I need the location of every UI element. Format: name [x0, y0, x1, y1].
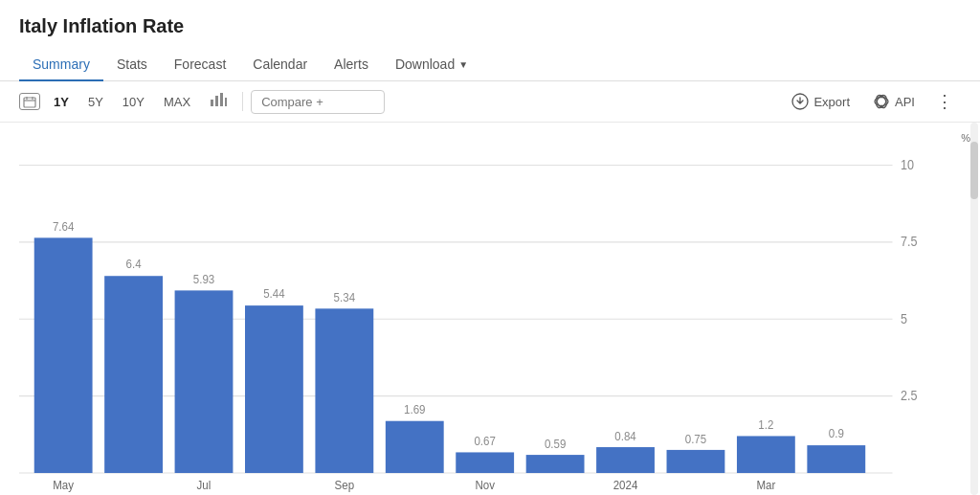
toolbar-divider	[242, 92, 243, 111]
svg-text:0.9: 0.9	[829, 427, 844, 441]
svg-text:Sep: Sep	[335, 479, 355, 493]
tab-stats[interactable]: Stats	[103, 49, 161, 81]
chart-area: % 10 7.5 5 2.5	[0, 123, 980, 495]
chart-type-button[interactable]	[202, 88, 234, 115]
dropdown-arrow-icon: ▼	[458, 59, 468, 70]
export-icon	[791, 93, 809, 110]
svg-rect-7	[225, 98, 227, 106]
api-icon	[873, 93, 890, 110]
svg-text:1.2: 1.2	[758, 418, 773, 433]
more-options-button[interactable]: ⋮	[928, 87, 961, 116]
svg-rect-0	[24, 98, 35, 107]
toolbar: 1Y 5Y 10Y MAX Export	[0, 81, 980, 123]
svg-rect-4	[211, 100, 213, 106]
bar-jul	[175, 290, 234, 473]
bar-mar	[737, 436, 795, 473]
chart-svg: 10 7.5 5 2.5 7.64 May 6.4 5.93 Jul	[19, 132, 923, 495]
bar-jun	[104, 276, 163, 473]
svg-text:7.64: 7.64	[53, 220, 75, 235]
svg-text:5.44: 5.44	[263, 287, 285, 302]
svg-text:2024: 2024	[613, 479, 638, 493]
period-max-button[interactable]: MAX	[156, 91, 198, 113]
svg-text:2.5: 2.5	[901, 389, 917, 404]
svg-text:0.67: 0.67	[474, 435, 496, 449]
svg-text:0.59: 0.59	[545, 437, 567, 451]
compare-input[interactable]	[251, 90, 385, 114]
svg-text:0.75: 0.75	[685, 433, 707, 447]
svg-point-11	[875, 94, 889, 110]
svg-text:10: 10	[901, 158, 914, 173]
svg-text:0.84: 0.84	[614, 429, 636, 443]
page-container: Italy Inflation Rate Summary Stats Forec…	[0, 0, 980, 495]
nav-tabs: Summary Stats Forecast Calendar Alerts D…	[0, 49, 980, 81]
period-1y-button[interactable]: 1Y	[46, 91, 77, 113]
bar-oct	[386, 421, 444, 473]
svg-rect-6	[220, 93, 223, 106]
scrollbar[interactable]	[970, 123, 978, 495]
export-button[interactable]: Export	[782, 89, 859, 114]
tab-forecast[interactable]: Forecast	[161, 49, 239, 81]
svg-rect-5	[215, 96, 218, 106]
tab-download[interactable]: Download ▼	[382, 49, 481, 81]
tab-alerts[interactable]: Alerts	[321, 49, 382, 81]
scrollbar-thumb[interactable]	[970, 142, 978, 199]
tab-calendar[interactable]: Calendar	[239, 49, 321, 81]
y-axis-percent-label: %	[961, 132, 970, 144]
page-title: Italy Inflation Rate	[0, 15, 980, 49]
svg-text:May: May	[53, 479, 75, 493]
period-5y-button[interactable]: 5Y	[80, 91, 111, 113]
calendar-icon[interactable]	[19, 93, 40, 110]
svg-text:Nov: Nov	[475, 479, 494, 493]
bar-feb	[667, 450, 725, 473]
bar-apr	[807, 445, 865, 473]
bar-sep	[315, 308, 373, 473]
bar-nov	[456, 452, 514, 473]
svg-text:5.34: 5.34	[334, 290, 356, 304]
period-10y-button[interactable]: 10Y	[115, 91, 152, 113]
bar-dec	[526, 455, 585, 473]
svg-text:1.69: 1.69	[404, 403, 426, 417]
svg-text:6.4: 6.4	[126, 258, 142, 272]
api-button[interactable]: API	[863, 89, 924, 114]
chart-inner: 10 7.5 5 2.5 7.64 May 6.4 5.93 Jul	[19, 132, 932, 495]
bar-may	[34, 237, 93, 473]
bar-2024	[596, 447, 655, 473]
tab-summary[interactable]: Summary	[19, 49, 103, 81]
svg-text:Mar: Mar	[756, 479, 775, 493]
svg-text:Jul: Jul	[197, 479, 212, 493]
svg-text:5.93: 5.93	[193, 273, 215, 287]
bar-aug	[245, 305, 303, 473]
svg-text:5: 5	[901, 311, 907, 326]
svg-text:7.5: 7.5	[901, 235, 917, 250]
